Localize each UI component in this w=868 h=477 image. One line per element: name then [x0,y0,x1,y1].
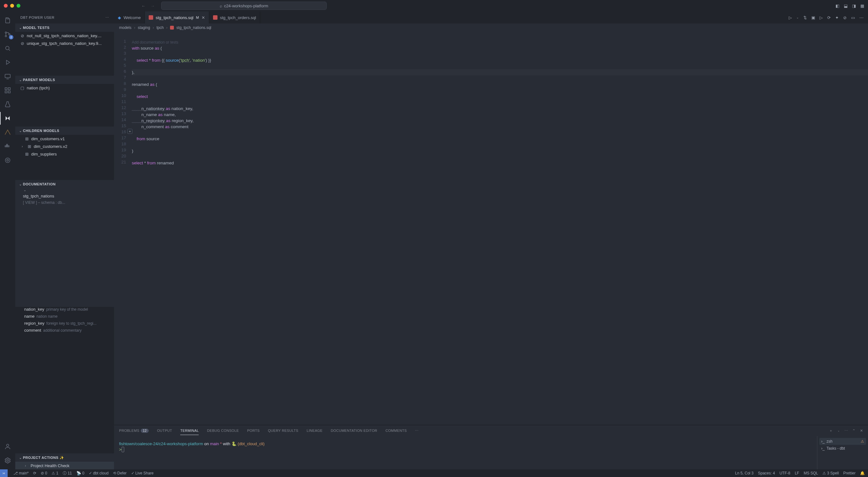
panel-tab-problems[interactable]: PROBLEMS12 [119,429,149,433]
panel-tab-comments[interactable]: COMMENTS [385,429,407,433]
altimate-icon[interactable] [0,126,15,139]
terminal-dropdown-icon[interactable]: ⌄ [837,429,840,432]
section-project-actions[interactable]: ⌄PROJECT ACTIONS ✨ [15,453,114,462]
layout-customize-icon[interactable]: ▦ [860,3,864,8]
panel-tab-query[interactable]: QUERY RESULTS [268,429,298,433]
terminal-item-zsh[interactable]: ›_zsh⚠ [819,438,866,445]
section-children-models[interactable]: ⌄CHILDREN MODELS [15,127,114,135]
play-icon[interactable]: ▷ [789,15,792,20]
model-item[interactable]: ⊞dim_suppliers [15,150,114,158]
status-prettier[interactable]: Prettier [843,471,856,475]
new-terminal-icon[interactable]: ＋ [829,428,833,433]
section-documentation[interactable]: ⌄DOCUMENTATION [15,180,114,188]
close-tab-icon[interactable]: ✕ [202,15,205,20]
compare-icon[interactable]: ⇅ [803,15,807,20]
status-warnings[interactable]: ⚠ 1 [52,471,58,475]
panel-tab-terminal[interactable]: TERMINAL [180,429,199,433]
nav-back-icon[interactable]: ← [142,3,146,8]
doc-column[interactable]: namenation name [15,314,114,321]
fold-icon[interactable]: + [127,129,132,134]
project-health-check[interactable]: ›Project Health Check [15,462,114,469]
model-item[interactable]: ▢nation (tpch) [15,84,114,92]
code-editor[interactable]: 123456789101112131415161718192021 Add do… [114,32,868,425]
explorer-icon[interactable] [0,14,15,27]
status-position[interactable]: Ln 5, Col 3 [735,471,753,475]
nav-forward-icon[interactable]: → [151,3,155,8]
docker-icon[interactable] [0,140,15,152]
sync-icon[interactable]: ⟳ [33,471,36,475]
code-content[interactable]: Add documentation or tests with source a… [132,32,868,425]
panel-tab-doced[interactable]: DOCUMENTATION EDITOR [331,429,377,433]
sidebar-more-icon[interactable]: ⋯ [105,15,109,20]
run-debug-icon[interactable] [0,56,15,69]
status-info[interactable]: ⓘ 11 [63,471,72,476]
model-item[interactable]: ›⊞dim_customers.v2 [15,142,114,150]
test-item[interactable]: ⊘not_null_stg_tpch_nations_nation_key...… [15,32,114,39]
model-item[interactable]: ⊞dim_customers.v1 [15,135,114,142]
accounts-icon[interactable] [0,440,15,453]
settings-gear-icon[interactable] [0,454,15,467]
panel-more-icon[interactable]: ⋯ [844,429,848,433]
status-eol[interactable]: LF [795,471,799,475]
panel-close-icon[interactable]: ✕ [860,429,863,433]
terminal-output[interactable]: fishtown/coalesce-24/c24-workshops-platf… [114,436,817,469]
maximize-window[interactable] [17,4,20,8]
search-activity-icon[interactable] [0,42,15,55]
tab-active[interactable]: stg_tpch_nations.sqlM✕ [145,11,209,24]
extensions-icon[interactable] [0,84,15,97]
status-dbt-cloud[interactable]: ✓ dbt cloud [89,471,108,475]
panel-tab-output[interactable]: OUTPUT [157,429,172,433]
source-control-icon[interactable]: 2 [0,28,15,41]
status-spaces[interactable]: Spaces: 4 [758,471,775,475]
crumb[interactable]: stg_tpch_nations.sql [177,26,211,30]
build-icon[interactable]: ⟳ [827,15,831,20]
remote-explorer-icon[interactable] [0,70,15,83]
more-actions-icon[interactable]: ⋯ [859,15,864,20]
status-ports[interactable]: 📡 0 [76,471,84,475]
panel-tab-debug[interactable]: DEBUG CONSOLE [207,429,239,433]
sparkle-icon[interactable]: ✦ [835,15,839,20]
doc-column[interactable]: commentadditional commentary [15,328,114,335]
status-language[interactable]: MS SQL [804,471,818,475]
terminal-item-tasks[interactable]: ›_Tasks - dbt [819,445,866,452]
status-spell[interactable]: ⚠ 3 Spell [823,471,839,475]
tab-other[interactable]: stg_tpch_orders.sql [209,11,260,24]
crumb[interactable]: tpch [156,26,164,30]
gitlens-icon[interactable] [0,154,15,167]
panel-tabs-more-icon[interactable]: ⋯ [415,429,418,433]
book-icon[interactable]: ▭ [851,15,855,20]
remote-indicator[interactable]: ›‹ [0,469,8,477]
layout-panel-icon[interactable]: ⬓ [844,3,848,8]
layout-sidebar-right-icon[interactable]: ◨ [852,3,856,8]
status-liveshare[interactable]: ✓ Live Share [131,471,154,475]
close-window[interactable] [4,4,8,8]
test-item[interactable]: ⊘unique_stg_tpch_nations_nation_key.9... [15,39,114,47]
tab-welcome[interactable]: ◆Welcome [114,11,145,24]
minimize-window[interactable] [10,4,14,8]
testing-icon[interactable] [0,98,15,111]
command-center[interactable]: ⌕ c24-workshops-platform [161,2,327,10]
layout-sidebar-left-icon[interactable]: ◧ [836,3,839,8]
section-parent-models[interactable]: ⌄PARENT MODELS [15,76,114,84]
git-branch[interactable]: ⎇ main* [13,471,29,475]
doc-column[interactable]: nation_keyprimary key of the model [15,307,114,314]
section-model-tests[interactable]: ⌄MODEL TESTS [15,24,114,32]
panel-maximize-icon[interactable]: ⌃ [852,429,855,433]
status-bell-icon[interactable]: 🔔 [860,471,865,475]
test-icon[interactable]: ⊘ [843,15,847,20]
play-dropdown-icon[interactable]: ⌄ [796,16,799,19]
run-icon[interactable]: ▷ [819,15,823,20]
status-defer[interactable]: ⟲ Defer [113,471,127,475]
panel-tab-ports[interactable]: PORTS [247,429,259,433]
code-lens[interactable]: Add documentation or tests [132,40,178,44]
notebook-icon[interactable]: ▣ [811,15,815,20]
panel-tab-lineage[interactable]: LINEAGE [307,429,322,433]
breadcrumb[interactable]: models› staging› tpch› stg_tpch_nations.… [114,24,868,32]
status-errors[interactable]: ⊘ 0 [41,471,47,475]
status-encoding[interactable]: UTF-8 [779,471,790,475]
doc-model[interactable]: ⌄stg_tpch_nations[ VIEW ] – schema : db.… [15,188,114,307]
dbt-power-user-icon[interactable] [0,112,15,125]
crumb[interactable]: staging [138,26,150,30]
crumb[interactable]: models [119,26,131,30]
doc-column[interactable]: region_keyforeign key to stg_tpch_regi..… [15,321,114,328]
